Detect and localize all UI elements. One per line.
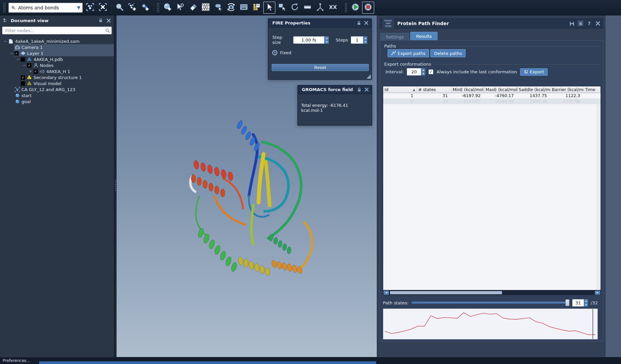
lock-icon[interactable] <box>356 20 361 26</box>
column-header-mine-kcal-mol-[interactable]: MinE (kcal/mol) <box>451 86 484 93</box>
spin-down-icon[interactable]: ▼ <box>584 303 588 306</box>
panel-splitter[interactable] <box>114 15 117 357</box>
path-states-slider[interactable] <box>411 299 569 306</box>
energy-profile-chart[interactable] <box>383 308 598 340</box>
delete-paths-button[interactable]: Delete paths <box>430 49 466 57</box>
axes-button[interactable] <box>314 2 326 14</box>
lattice-creator-button[interactable] <box>200 2 212 14</box>
close-icon[interactable] <box>363 20 369 26</box>
results-table[interactable]: Id▲# statesMinE (kcal/mol)MaxE (kcal/mol… <box>383 86 601 104</box>
steps-input[interactable] <box>351 37 363 44</box>
expander-icon[interactable]: − <box>22 63 27 68</box>
tree-item-content[interactable]: ✓Layer 1 <box>14 50 114 56</box>
close-icon[interactable] <box>106 18 111 23</box>
column-header-id[interactable]: Id▲ <box>383 86 417 93</box>
add-atom-button[interactable] <box>161 2 174 14</box>
tree-item-goal[interactable]: goal <box>0 98 114 104</box>
selection-filter-dropdown[interactable]: Atoms and bonds ▼ <box>8 3 83 13</box>
spin-down-icon[interactable]: ▼ <box>363 40 367 44</box>
tree-item-layer-1[interactable]: −✓Layer 1 <box>0 50 114 56</box>
tree-item-content[interactable]: Visual model <box>20 80 114 86</box>
export-paths-button[interactable]: Export paths <box>388 49 429 57</box>
tree-item-content[interactable]: Camera 1 <box>14 44 114 50</box>
add-node-button[interactable] <box>139 2 151 14</box>
interval-input[interactable] <box>407 68 421 75</box>
tree-item-content[interactable]: CA GLY_12 and ARG_123 <box>14 86 114 92</box>
tab-settings[interactable]: Settings <box>380 33 409 41</box>
stop-button[interactable] <box>362 2 374 14</box>
reset-button[interactable]: Reset <box>272 64 369 71</box>
tree-item-content[interactable]: ✓Secondary structure 1 <box>20 74 114 80</box>
protein-path-finder-titlebar[interactable]: Protein Path Finder Protein Path Finder … <box>380 18 603 29</box>
periodic-table-button[interactable]: H <box>251 2 263 14</box>
spin-down-icon[interactable]: ▼ <box>421 72 425 75</box>
tree-item-content[interactable]: 4AKEA_H.pdb <box>20 56 114 62</box>
tree-item-camera-1[interactable]: Camera 1 <box>0 44 114 50</box>
tree-item-4akea-h-1[interactable]: +✓M4AKEA_H 1 <box>0 68 114 74</box>
spin-up-icon[interactable]: ▲ <box>325 37 329 40</box>
lock-icon[interactable] <box>578 21 583 26</box>
tree-item-visual-model[interactable]: Visual model <box>0 80 114 86</box>
checkbox-checked[interactable]: ✓ <box>21 75 25 80</box>
shape-select-button[interactable] <box>212 2 224 14</box>
scrollbar-handle[interactable] <box>390 291 502 294</box>
checkbox-checked[interactable]: ✓ <box>27 63 31 68</box>
select-visible-button[interactable] <box>84 2 96 14</box>
column-header-barrier-kcal-mo[interactable]: Barrier (kcal/mo <box>550 86 583 93</box>
tab-results[interactable]: Results <box>410 32 437 41</box>
rotate-tool-button[interactable] <box>289 2 301 14</box>
edit-pointer-button[interactable] <box>174 2 186 14</box>
filter-nodes-input[interactable] <box>5 28 105 33</box>
tree-item-4akea-1akea-minimized-sam[interactable]: −4akeA_1akeA_minimized.sam <box>0 38 114 44</box>
close-icon[interactable] <box>595 21 601 26</box>
rect-select-button[interactable] <box>276 2 288 14</box>
tree-item-ca-gly-12-and-arg-123[interactable]: CA GLY_12 and ARG_123 <box>0 86 114 92</box>
viewport-3d[interactable]: FIRE Properties Step size ▲▼ Steps <box>117 15 377 357</box>
table-row[interactable]: 032-6197.87-4144.492053.381737.98 <box>383 98 601 104</box>
tree-item-4akea-h-pdb[interactable]: −4AKEA_H.pdb <box>0 56 114 62</box>
fire-properties-titlebar[interactable]: FIRE Properties <box>268 19 371 27</box>
camera-orbit-button[interactable] <box>225 2 237 14</box>
zoom-button[interactable] <box>114 2 126 14</box>
deselect-button[interactable] <box>97 2 109 14</box>
expander-icon[interactable]: + <box>28 69 33 74</box>
column-header-time[interactable]: Time <box>583 86 601 93</box>
toolbar-grip-handle[interactable] <box>3 3 6 13</box>
table-header-row[interactable]: Id▲# statesMinE (kcal/mol)MaxE (kcal/mol… <box>383 86 601 93</box>
tree-item-secondary-structure-1[interactable]: ✓Secondary structure 1 <box>0 74 114 80</box>
tree-item-content[interactable]: 4akeA_1akeA_minimized.sam <box>8 38 114 44</box>
horizontal-scrollbar[interactable]: ◄ ► <box>383 290 601 295</box>
table-row[interactable]: 131-6197.92-4760.171437.751122.3 <box>383 93 601 98</box>
tree-item-start[interactable]: start <box>0 92 114 98</box>
slider-handle[interactable] <box>565 299 569 306</box>
play-button[interactable] <box>349 2 361 14</box>
tree-item-content[interactable]: ✓Nodes <box>27 62 114 68</box>
checkbox-unchecked[interactable] <box>21 57 25 62</box>
add-group-button[interactable] <box>126 2 138 14</box>
help-icon[interactable]: ? <box>586 21 592 26</box>
tree-item-content[interactable]: ✓M4AKEA_H 1 <box>33 68 114 74</box>
always-include-checkbox[interactable]: ✓ <box>428 69 433 74</box>
erase-button[interactable] <box>187 2 199 14</box>
path-state-input[interactable] <box>572 299 584 306</box>
spin-down-icon[interactable]: ▼ <box>325 40 329 44</box>
tree-item-nodes[interactable]: −✓Nodes <box>0 62 114 68</box>
lock-icon[interactable] <box>356 87 362 92</box>
column-header-maxe-kcal-mol-[interactable]: MaxE (kcal/mol) <box>484 86 517 93</box>
export-button[interactable]: Export <box>520 68 548 76</box>
expander-icon[interactable]: − <box>15 57 20 62</box>
close-icon[interactable] <box>364 87 369 92</box>
simulation-grid-button[interactable] <box>238 2 250 14</box>
tree-item-content[interactable]: start <box>14 92 114 98</box>
resize-grip[interactable] <box>366 74 371 79</box>
tree-item-content[interactable]: goal <box>14 98 114 104</box>
checkbox-unchecked[interactable] <box>21 81 25 86</box>
step-size-input[interactable] <box>293 37 324 44</box>
gromacs-titlebar[interactable]: GROMACS force field <box>298 85 372 94</box>
column-header--states[interactable]: # states <box>417 86 451 93</box>
column-header-saddle-kcal-mo[interactable]: Saddle (kcal/mo <box>517 86 550 93</box>
expander-icon[interactable]: − <box>9 51 14 56</box>
scroll-right-icon[interactable]: ► <box>595 291 600 295</box>
spin-up-icon[interactable]: ▲ <box>584 299 588 303</box>
select-tool-button[interactable] <box>263 2 275 14</box>
